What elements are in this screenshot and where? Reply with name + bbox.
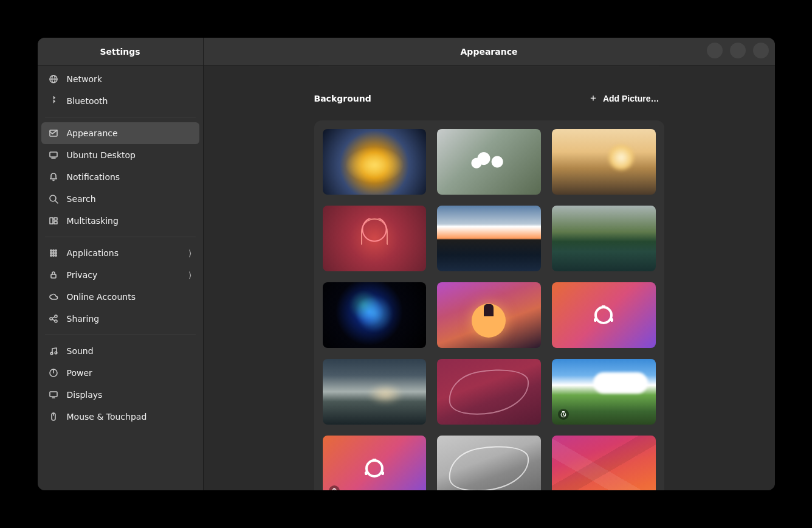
clock-icon (331, 485, 338, 491)
svg-point-17 (52, 250, 53, 251)
plus-icon: ＋ (588, 92, 598, 105)
sidebar-item-label: Notifications (67, 172, 120, 182)
top-divider (319, 66, 659, 66)
sidebar-separator (45, 335, 196, 335)
wallpaper-thumbnail[interactable] (323, 129, 427, 195)
wallpaper-thumbnail[interactable] (552, 436, 656, 490)
svg-point-32 (55, 352, 57, 354)
desktop-icon (49, 150, 58, 160)
display-icon (49, 390, 58, 400)
svg-point-23 (52, 255, 53, 256)
bluetooth-icon (49, 96, 58, 106)
wallpaper-thumbnail[interactable] (552, 206, 656, 271)
svg-point-24 (55, 255, 56, 256)
sidebar-item-label: Mouse & Touchpad (67, 412, 147, 422)
wallpaper-thumbnail[interactable] (437, 206, 541, 271)
sidebar-item-label: Privacy (67, 270, 98, 280)
sidebar-title: Settings (61, 47, 180, 57)
sidebar-item-mouse-touchpad[interactable]: Mouse & Touchpad (41, 406, 199, 428)
hamburger-menu-button[interactable] (180, 44, 196, 60)
sidebar-item-label: Ubuntu Desktop (67, 150, 136, 160)
wallpaper-thumbnail[interactable] (552, 359, 656, 425)
power-icon (49, 368, 58, 378)
sidebar-item-network[interactable]: Network (41, 68, 199, 90)
svg-point-22 (50, 255, 51, 256)
sidebar-list: NetworkBluetoothAppearanceUbuntu Desktop… (38, 66, 203, 490)
lock-icon (49, 270, 58, 280)
sidebar-item-multitasking[interactable]: Multitasking (41, 210, 199, 232)
sidebar-item-displays[interactable]: Displays (41, 384, 199, 406)
sidebar-item-notifications[interactable]: Notifications (41, 166, 199, 188)
wallpaper-thumbnail[interactable] (323, 359, 427, 425)
wallpaper-thumbnail[interactable] (437, 129, 541, 195)
wallpaper-thumbnail[interactable] (323, 282, 427, 348)
main-area: Appearance (204, 38, 775, 490)
svg-point-20 (52, 252, 53, 254)
svg-line-45 (563, 414, 565, 415)
sidebar-item-applications[interactable]: Applications⟩ (41, 242, 199, 264)
svg-line-30 (52, 319, 55, 321)
svg-point-19 (50, 252, 51, 254)
close-button[interactable] (753, 43, 769, 58)
window-controls (707, 43, 769, 58)
sidebar-item-appearance[interactable]: Appearance (41, 122, 199, 144)
svg-rect-25 (51, 274, 56, 278)
svg-rect-13 (50, 218, 53, 224)
clock-icon (560, 409, 567, 420)
sidebar-item-sound[interactable]: Sound (41, 340, 199, 362)
sidebar-item-bluetooth[interactable]: Bluetooth (41, 90, 199, 112)
sidebar-separator (45, 237, 196, 237)
share-icon (49, 314, 58, 324)
chevron-right-icon: ⟩ (188, 270, 191, 280)
wallpaper-thumbnail[interactable] (437, 359, 541, 425)
sidebar-item-search[interactable]: Search (41, 188, 199, 210)
sidebar-item-label: Appearance (67, 128, 118, 138)
wallpaper-thumbnail[interactable] (552, 129, 656, 195)
settings-window: Settings NetworkBluetoothAppearanceUbunt… (38, 38, 775, 490)
mouse-icon (49, 412, 58, 422)
maximize-button[interactable] (730, 43, 746, 58)
background-section-header: Background ＋ Add Picture… (314, 88, 664, 108)
sidebar-item-ubuntu-desktop[interactable]: Ubuntu Desktop (41, 144, 199, 166)
sidebar-item-label: Applications (67, 248, 119, 258)
svg-rect-15 (54, 221, 57, 224)
sidebar-header: Settings (38, 38, 203, 66)
add-picture-label: Add Picture… (603, 94, 659, 103)
add-picture-button[interactable]: ＋ Add Picture… (583, 88, 664, 108)
svg-point-21 (55, 252, 56, 254)
time-of-day-badge (329, 485, 340, 490)
wallpaper-thumbnail[interactable] (323, 206, 427, 271)
sidebar-separator (45, 117, 196, 117)
sidebar-item-label: Displays (67, 390, 103, 400)
wallpaper-thumbnail[interactable] (323, 436, 427, 490)
wallpaper-thumbnail[interactable] (437, 282, 541, 348)
sidebar-item-label: Power (67, 368, 92, 378)
sidebar-item-privacy[interactable]: Privacy⟩ (41, 264, 199, 286)
sidebar-item-label: Multitasking (67, 216, 119, 226)
globe-icon (49, 74, 58, 84)
wallpaper-grid (314, 120, 664, 490)
bell-icon (49, 172, 58, 182)
background-section-title: Background (314, 94, 371, 103)
sidebar-item-label: Sharing (67, 314, 100, 324)
sidebar-item-power[interactable]: Power (41, 362, 199, 384)
sidebar-item-sharing[interactable]: Sharing (41, 308, 199, 330)
svg-line-29 (52, 317, 55, 318)
main-body: Background ＋ Add Picture… (204, 66, 775, 490)
svg-point-31 (50, 352, 53, 355)
chevron-right-icon: ⟩ (188, 248, 191, 258)
search-button[interactable] (45, 44, 61, 60)
svg-line-12 (55, 201, 58, 203)
sidebar-item-label: Search (67, 194, 96, 204)
minimize-button[interactable] (707, 43, 723, 58)
sidebar: Settings NetworkBluetoothAppearanceUbunt… (38, 38, 204, 490)
sidebar-item-label: Network (67, 74, 102, 84)
time-of-day-badge (558, 409, 569, 420)
svg-rect-14 (54, 218, 57, 220)
sidebar-item-online-accounts[interactable]: Online Accounts (41, 286, 199, 308)
main-header: Appearance (204, 38, 775, 66)
sidebar-item-label: Sound (67, 346, 94, 356)
sidebar-item-label: Online Accounts (67, 292, 136, 302)
wallpaper-thumbnail[interactable] (437, 436, 541, 490)
wallpaper-thumbnail[interactable] (552, 282, 656, 348)
